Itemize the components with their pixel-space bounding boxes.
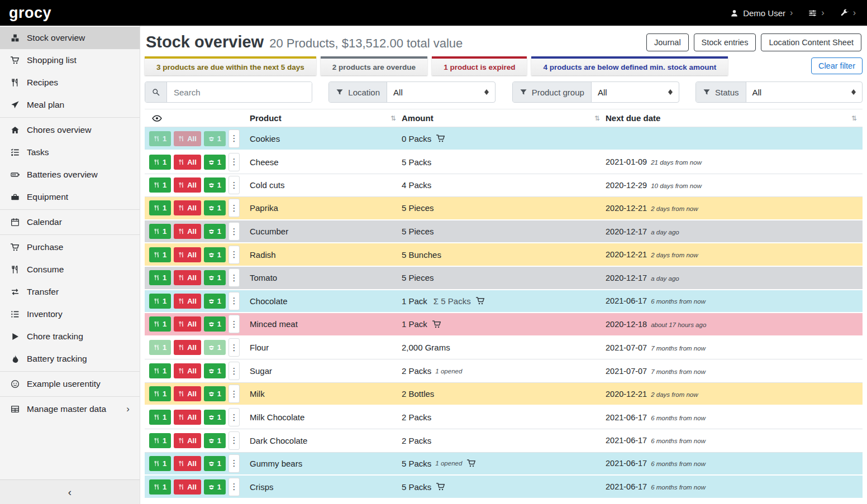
consume-all-button[interactable]: All bbox=[174, 200, 201, 215]
row-menu-button[interactable]: ⋮ bbox=[228, 222, 240, 241]
consume-one-button[interactable]: 1 bbox=[149, 433, 171, 448]
status-banner-below-min-stock[interactable]: 4 products are below defined min. stock … bbox=[531, 56, 728, 75]
sort-icon[interactable]: ⇅ bbox=[390, 114, 396, 122]
row-menu-button[interactable]: ⋮ bbox=[228, 268, 240, 287]
consume-all-button[interactable]: All bbox=[174, 294, 201, 309]
sidebar-item-recipes[interactable]: Recipes bbox=[0, 71, 140, 94]
consume-one-button[interactable]: 1 bbox=[149, 479, 171, 495]
row-menu-button[interactable]: ⋮ bbox=[228, 478, 240, 496]
column-header-product[interactable]: Product ⇅ bbox=[250, 113, 402, 123]
column-header-amount[interactable]: Amount ⇅ bbox=[402, 113, 606, 123]
consume-one-button[interactable]: 1 bbox=[149, 270, 171, 285]
status-filter-select[interactable]: All bbox=[746, 82, 862, 102]
status-banner-overdue[interactable]: 2 products are overdue bbox=[321, 56, 427, 75]
consume-one-button[interactable]: 1 bbox=[149, 177, 171, 193]
consume-all-button[interactable]: All bbox=[174, 316, 201, 332]
sidebar-item-calendar[interactable]: Calendar bbox=[0, 211, 140, 233]
row-menu-button[interactable]: ⋮ bbox=[228, 385, 240, 403]
open-one-button[interactable]: 1 bbox=[204, 224, 226, 239]
product-group-filter-select[interactable]: All bbox=[592, 82, 679, 102]
row-menu-button[interactable]: ⋮ bbox=[228, 454, 240, 473]
sidebar-item-consume[interactable]: Consume bbox=[0, 258, 140, 281]
consume-one-button[interactable]: 1 bbox=[149, 224, 171, 239]
consume-one-button[interactable]: 1 bbox=[149, 200, 171, 215]
settings-menu[interactable]: › bbox=[808, 8, 824, 18]
open-one-button[interactable]: 1 bbox=[204, 433, 226, 448]
row-menu-button[interactable]: ⋮ bbox=[228, 362, 240, 380]
consume-all-button[interactable]: All bbox=[174, 386, 201, 401]
sidebar-item-stock-overview[interactable]: Stock overview bbox=[0, 27, 140, 49]
consume-all-button[interactable]: All bbox=[174, 433, 201, 448]
consume-one-button[interactable]: 1 bbox=[149, 294, 171, 309]
row-menu-button[interactable]: ⋮ bbox=[228, 292, 240, 310]
open-one-button[interactable]: 1 bbox=[204, 294, 226, 309]
consume-one-button[interactable]: 1 bbox=[149, 316, 171, 332]
consume-all-button[interactable]: All bbox=[174, 479, 201, 495]
search-input[interactable] bbox=[167, 82, 312, 102]
row-menu-button[interactable]: ⋮ bbox=[228, 431, 240, 450]
row-menu-button[interactable]: ⋮ bbox=[228, 153, 240, 171]
consume-one-button[interactable]: 1 bbox=[149, 386, 171, 401]
sidebar-item-chore-tracking[interactable]: Chore tracking bbox=[0, 325, 140, 348]
consume-one-button[interactable]: 1 bbox=[149, 363, 171, 378]
sidebar-item-battery-tracking[interactable]: Battery tracking bbox=[0, 348, 140, 370]
open-one-button[interactable]: 1 bbox=[204, 270, 226, 285]
consume-one-button[interactable]: 1 bbox=[149, 340, 171, 355]
open-one-button[interactable]: 1 bbox=[204, 340, 226, 355]
sidebar-collapse-button[interactable]: ‹ bbox=[0, 479, 140, 504]
open-one-button[interactable]: 1 bbox=[204, 177, 226, 193]
consume-one-button[interactable]: 1 bbox=[149, 155, 171, 170]
app-logo[interactable]: grocy bbox=[9, 4, 51, 22]
sidebar-item-equipment[interactable]: Equipment bbox=[0, 186, 140, 208]
user-menu[interactable]: Demo User › bbox=[730, 8, 793, 18]
sidebar-item-purchase[interactable]: Purchase bbox=[0, 236, 140, 258]
sidebar-item-meal-plan[interactable]: Meal plan bbox=[0, 94, 140, 116]
sidebar-item-chores-overview[interactable]: Chores overview bbox=[0, 119, 140, 141]
open-one-button[interactable]: 1 bbox=[204, 200, 226, 215]
status-banner-due-soon[interactable]: 3 products are due within the next 5 day… bbox=[145, 56, 316, 75]
open-one-button[interactable]: 1 bbox=[204, 479, 226, 495]
open-one-button[interactable]: 1 bbox=[204, 456, 226, 471]
row-menu-button[interactable]: ⋮ bbox=[228, 246, 240, 264]
row-menu-button[interactable]: ⋮ bbox=[228, 199, 240, 217]
row-menu-button[interactable]: ⋮ bbox=[228, 176, 240, 194]
row-menu-button[interactable]: ⋮ bbox=[228, 315, 240, 333]
location-filter-select[interactable]: All bbox=[387, 82, 495, 102]
row-menu-button[interactable]: ⋮ bbox=[228, 408, 240, 426]
sort-icon[interactable]: ⇅ bbox=[594, 114, 600, 122]
consume-one-button[interactable]: 1 bbox=[149, 131, 171, 146]
consume-all-button[interactable]: All bbox=[174, 177, 201, 193]
row-menu-button[interactable]: ⋮ bbox=[228, 129, 240, 148]
row-menu-button[interactable]: ⋮ bbox=[228, 338, 240, 357]
status-banner-expired[interactable]: 1 product is expired bbox=[432, 56, 527, 75]
clear-filter-button[interactable]: Clear filter bbox=[811, 57, 863, 74]
open-one-button[interactable]: 1 bbox=[204, 247, 226, 262]
sidebar-item-transfer[interactable]: Transfer bbox=[0, 281, 140, 303]
sidebar-item-inventory[interactable]: Inventory bbox=[0, 303, 140, 325]
open-one-button[interactable]: 1 bbox=[204, 363, 226, 378]
open-one-button[interactable]: 1 bbox=[204, 410, 226, 425]
sidebar-item-manage-master-data[interactable]: Manage master data › bbox=[0, 398, 140, 420]
consume-all-button[interactable]: All bbox=[174, 131, 201, 146]
sidebar-item-batteries-overview[interactable]: Batteries overview bbox=[0, 164, 140, 186]
consume-one-button[interactable]: 1 bbox=[149, 456, 171, 471]
open-one-button[interactable]: 1 bbox=[204, 386, 226, 401]
consume-all-button[interactable]: All bbox=[174, 456, 201, 471]
consume-all-button[interactable]: All bbox=[174, 224, 201, 239]
consume-all-button[interactable]: All bbox=[174, 270, 201, 285]
sort-icon[interactable]: ⇅ bbox=[851, 114, 857, 122]
consume-all-button[interactable]: All bbox=[174, 363, 201, 378]
consume-one-button[interactable]: 1 bbox=[149, 247, 171, 262]
consume-one-button[interactable]: 1 bbox=[149, 410, 171, 425]
open-one-button[interactable]: 1 bbox=[204, 131, 226, 146]
open-one-button[interactable]: 1 bbox=[204, 155, 226, 170]
column-header-next-due-date[interactable]: Next due date ⇅ bbox=[606, 113, 863, 123]
consume-all-button[interactable]: All bbox=[174, 410, 201, 425]
journal-button[interactable]: Journal bbox=[646, 33, 689, 51]
consume-all-button[interactable]: All bbox=[174, 247, 201, 262]
consume-all-button[interactable]: All bbox=[174, 340, 201, 355]
admin-menu[interactable]: › bbox=[840, 8, 856, 18]
sidebar-item-example-userentity[interactable]: Example userentity bbox=[0, 373, 140, 395]
stock-entries-button[interactable]: Stock entries bbox=[694, 33, 756, 51]
consume-all-button[interactable]: All bbox=[174, 155, 201, 170]
